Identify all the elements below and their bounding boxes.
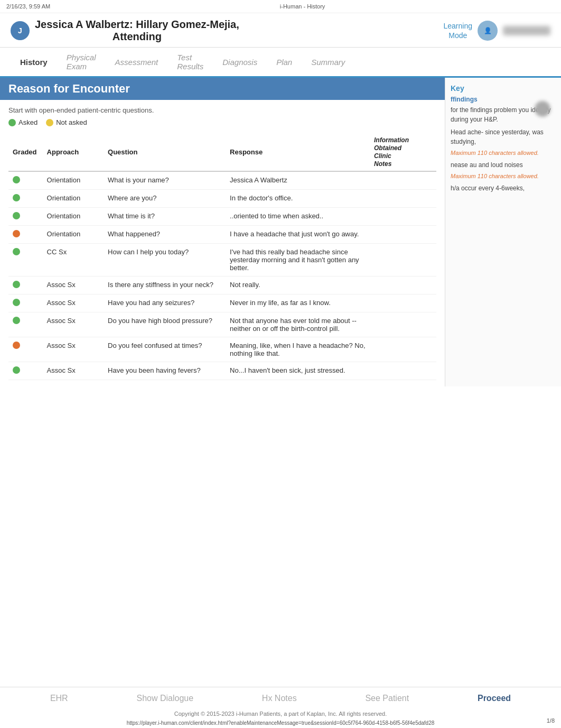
graded-dot (13, 194, 20, 201)
tab-test-results[interactable]: TestResults (167, 48, 213, 76)
footer: EHR Show Dialogue Hx Notes See Patient P… (0, 687, 561, 728)
hx-notes-button[interactable]: Hx Notes (262, 694, 297, 703)
table-row: Assoc SxHave you had any seizures?Never … (8, 294, 436, 312)
dot-not-asked (46, 119, 53, 126)
response-cell: I have a headache that just won't go awa… (226, 226, 370, 244)
info-cell (370, 190, 436, 208)
table-row: Assoc SxDo you feel confused at times?Me… (8, 337, 436, 362)
graded-cell (8, 362, 43, 380)
table-header-row: Graded Approach Question Response Inform… (8, 133, 436, 171)
top-bar: 2/16/23, 9:59 AM i-Human - History (0, 0, 561, 13)
header-left: J Jessica A Walbertz: Hillary Gomez-Meji… (11, 19, 239, 43)
question-cell: How can I help you today? (104, 244, 226, 277)
legend: Asked Not asked (8, 118, 436, 126)
table-row: OrientationWhat is your name?Jessica A W… (8, 171, 436, 190)
question-cell: What is your name? (104, 171, 226, 190)
patient-name: Jessica A Walbertz: Hillary Gomez-Mejia,… (35, 19, 239, 43)
key-text-1: Head ache- since yesterday, was studying… (451, 127, 556, 146)
key-note-2: Maximum 110 characters allowed. (451, 173, 556, 179)
tab-plan[interactable]: Plan (267, 52, 302, 72)
info-cell (370, 277, 436, 294)
tab-summary[interactable]: Summary (302, 52, 354, 72)
approach-cell: Assoc Sx (43, 337, 104, 362)
table-row: Assoc SxDo you have high blood pressure?… (8, 312, 436, 337)
question-cell: Have you had any seizures? (104, 294, 226, 312)
col-header-approach: Approach (43, 133, 104, 171)
footer-buttons: EHR Show Dialogue Hx Notes See Patient P… (0, 687, 561, 709)
header-right: Learning Mode 👤 (444, 21, 551, 41)
question-cell: Do you have high blood pressure? (104, 312, 226, 337)
graded-dot (13, 342, 20, 349)
question-cell: Is there any stiffness in your neck? (104, 277, 226, 294)
response-cell: Jessica A Walbertz (226, 171, 370, 190)
table-row: OrientationWhere are you?In the doctor's… (8, 190, 436, 208)
response-cell: No...I haven't been sick, just stressed. (226, 362, 370, 380)
graded-cell (8, 294, 43, 312)
key-title: Key (451, 84, 556, 93)
info-cell (370, 312, 436, 337)
tab-diagnosis[interactable]: Diagnosis (213, 52, 267, 72)
graded-dot (13, 248, 20, 255)
header: J Jessica A Walbertz: Hillary Gomez-Meji… (0, 13, 561, 48)
table-row: OrientationWhat time is it?..oriented to… (8, 208, 436, 226)
graded-dot (13, 317, 20, 324)
approach-cell: Assoc Sx (43, 362, 104, 380)
approach-cell: Assoc Sx (43, 277, 104, 294)
question-cell: Where are you? (104, 190, 226, 208)
graded-cell (8, 226, 43, 244)
key-subtitle: ffindings (451, 96, 478, 103)
question-cell: Have you been having fevers? (104, 362, 226, 380)
col-header-response: Response (226, 133, 370, 171)
table-row: CC SxHow can I help you today?I've had t… (8, 244, 436, 277)
key-panel: Key ffindings for the findings problem y… (445, 78, 561, 386)
content-body: Start with open-ended patient-centric qu… (0, 100, 445, 386)
approach-cell: Orientation (43, 171, 104, 190)
response-cell: ..oriented to time when asked.. (226, 208, 370, 226)
key-text-3: h/a occur every 4-6weeks, (451, 183, 556, 193)
qa-table: Graded Approach Question Response Inform… (8, 133, 436, 380)
see-patient-button[interactable]: See Patient (365, 694, 409, 703)
graded-cell (8, 337, 43, 362)
nav-tabs: History PhysicalExam Assessment TestResu… (0, 48, 561, 78)
question-cell: What time is it? (104, 208, 226, 226)
legend-not-asked: Not asked (46, 118, 87, 126)
key-avatar-1 (535, 101, 550, 117)
graded-dot (13, 176, 20, 183)
graded-cell (8, 312, 43, 337)
graded-dot (13, 281, 20, 288)
footer-url: https://player.i-human.com/client/index.… (0, 719, 561, 728)
info-cell (370, 171, 436, 190)
patient-info: Jessica A Walbertz: Hillary Gomez-Mejia,… (35, 19, 239, 43)
show-dialogue-button[interactable]: Show Dialogue (136, 694, 193, 703)
user-avatar: 👤 (478, 21, 498, 41)
graded-cell (8, 277, 43, 294)
proceed-button[interactable]: Proceed (478, 694, 511, 703)
page-counter: 1/8 (547, 717, 555, 724)
approach-cell: Assoc Sx (43, 312, 104, 337)
approach-cell: CC Sx (43, 244, 104, 277)
content-area: Reason for Encounter Start with open-end… (0, 78, 445, 386)
ehr-button[interactable]: EHR (50, 694, 68, 703)
col-header-question: Question (104, 133, 226, 171)
response-cell: Not really. (226, 277, 370, 294)
response-cell: Never in my life, as far as I know. (226, 294, 370, 312)
open-ended-hint: Start with open-ended patient-centric qu… (8, 106, 436, 114)
response-cell: Not that anyone has ever told me about -… (226, 312, 370, 337)
graded-dot (13, 230, 20, 237)
approach-cell: Assoc Sx (43, 294, 104, 312)
table-row: Assoc SxIs there any stiffness in your n… (8, 277, 436, 294)
graded-dot (13, 299, 20, 306)
footer-copyright: Copyright © 2015-2023 i-Human Patients, … (0, 709, 561, 719)
info-cell (370, 208, 436, 226)
tab-assessment[interactable]: Assessment (106, 52, 168, 72)
user-name-blurred (503, 26, 550, 35)
info-cell (370, 362, 436, 380)
info-cell (370, 226, 436, 244)
info-cell (370, 337, 436, 362)
avatar: J (11, 21, 30, 40)
tab-physical-exam[interactable]: PhysicalExam (57, 48, 106, 76)
response-cell: In the doctor's office. (226, 190, 370, 208)
question-cell: What happened? (104, 226, 226, 244)
tab-history[interactable]: History (11, 52, 57, 72)
key-text-2: nease au and loud noises (451, 160, 556, 170)
